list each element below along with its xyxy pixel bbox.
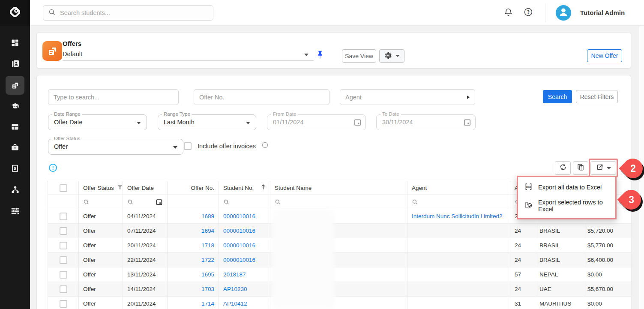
help-button[interactable]: ?	[523, 8, 533, 18]
sidebar-item-dashboard[interactable]	[6, 33, 24, 52]
col-offer-no[interactable]: Offer No.	[168, 181, 219, 195]
view-selector[interactable]: Default	[63, 49, 314, 61]
offer-status-cell: Offer	[79, 238, 123, 252]
col-student-no[interactable]: Student No.	[219, 181, 270, 195]
filter-funnel-icon[interactable]	[117, 181, 123, 195]
amount-cell: $6,400.00	[583, 253, 632, 267]
sidebar-item-education[interactable]	[6, 96, 24, 115]
agent-cell[interactable]: Interdum Nunc Sollicitudin Limited2	[407, 209, 510, 223]
studentname-filter-cell[interactable]	[270, 195, 407, 209]
sidebar-item-services[interactable]	[6, 138, 24, 157]
copy-grid-icon	[577, 163, 584, 173]
sidebar-item-offers[interactable]	[6, 76, 24, 95]
export-button[interactable]	[590, 161, 616, 175]
view-settings-button[interactable]	[379, 49, 404, 63]
student-no-cell[interactable]: AP10412	[219, 297, 270, 309]
student-no-link[interactable]: 0000010016	[223, 228, 255, 234]
export-selected-menu-item[interactable]: Export selected rows to Excel	[518, 195, 615, 216]
agent-link[interactable]: Interdum Nunc Sollicitudin Limited2	[412, 213, 503, 219]
row-checkbox[interactable]	[60, 256, 67, 264]
sidebar-item-courses[interactable]	[6, 117, 24, 136]
reset-filters-button[interactable]: Reset Filters	[576, 90, 618, 103]
offer-no-cell[interactable]: 1694	[168, 224, 219, 238]
sidebar-item-invoices[interactable]: $	[6, 159, 24, 178]
select-all-checkbox[interactable]	[60, 184, 67, 192]
col-student-name[interactable]: Student Name	[270, 181, 407, 195]
grid-search-input[interactable]	[54, 94, 173, 101]
offer-no-link[interactable]: 1694	[201, 228, 214, 234]
offer-no-cell[interactable]: 1722	[168, 253, 219, 267]
agent-field[interactable]	[340, 89, 475, 105]
student-no-cell[interactable]: 2018187	[219, 267, 270, 282]
copy-grid-button[interactable]	[573, 161, 588, 175]
export-all-menu-item[interactable]: xlsx Export all data to Excel	[518, 179, 615, 195]
student-no-link[interactable]: 0000010016	[223, 213, 255, 219]
grid-search-field[interactable]	[48, 89, 179, 105]
gear-icon	[384, 51, 392, 61]
to-date-field[interactable]: To Date 30/11/2024	[376, 114, 476, 130]
offer-no-cell[interactable]: 1718	[168, 238, 219, 252]
student-no-cell[interactable]: 0000010016	[219, 209, 270, 223]
calendar-icon	[463, 118, 471, 128]
offer-no-link[interactable]: 1703	[201, 286, 214, 292]
row-checkbox[interactable]	[60, 285, 67, 293]
col-agent[interactable]: Agent	[407, 181, 510, 195]
student-no-link[interactable]: 0000010016	[223, 242, 255, 249]
student-no-cell[interactable]: 0000010016	[219, 238, 270, 252]
offer-status-select[interactable]: Offer Status Offer	[48, 139, 183, 155]
range-type-value: Last Month	[164, 119, 195, 126]
student-no-link[interactable]: 0000010016	[223, 257, 255, 263]
offer-no-link[interactable]: 1722	[201, 257, 214, 263]
student-no-link[interactable]: 2018187	[223, 271, 246, 278]
col-offer-status[interactable]: Offer Status	[79, 181, 123, 195]
user-menu[interactable]	[556, 5, 571, 21]
row-checkbox[interactable]	[60, 271, 67, 279]
table-body: Offer04/11/202416890000010016Interdum Nu…	[48, 209, 632, 309]
from-date-field[interactable]: From Date 01/11/2024	[267, 114, 366, 130]
sidebar-item-settings[interactable]	[6, 201, 24, 220]
student-no-link[interactable]: AP10230	[223, 286, 247, 292]
offer-no-input[interactable]	[199, 94, 324, 101]
student-no-link[interactable]: AP10412	[223, 300, 247, 307]
student-no-cell[interactable]: 0000010016	[219, 224, 270, 238]
chevron-down-icon	[304, 54, 309, 56]
offers-module-icon	[42, 41, 62, 61]
date-filter-cell[interactable]	[123, 195, 168, 209]
search-button[interactable]: Search	[543, 90, 572, 103]
pin-view-button[interactable]	[315, 50, 325, 60]
sidebar-item-students[interactable]	[6, 54, 24, 73]
col-offer-date[interactable]: Offer Date	[123, 181, 168, 195]
student-no-cell[interactable]: 0000010016	[219, 253, 270, 267]
offer-no-cell[interactable]: 1703	[168, 282, 219, 296]
offer-no-link[interactable]: 1718	[201, 242, 214, 249]
row-checkbox[interactable]	[60, 300, 67, 308]
studentno-filter-cell[interactable]	[219, 195, 270, 209]
row-checkbox[interactable]	[60, 242, 67, 249]
include-invoices-checkbox[interactable]	[184, 142, 192, 150]
status-filter-cell[interactable]	[79, 195, 123, 209]
offer-no-link[interactable]: 1689	[201, 213, 214, 219]
offer-no-cell[interactable]: 1695	[168, 267, 219, 282]
agent-input[interactable]	[345, 94, 467, 101]
global-search-input[interactable]	[60, 9, 208, 16]
grid-alert-icon[interactable]: !	[49, 164, 57, 172]
agent-filter-cell[interactable]	[407, 195, 510, 209]
new-offer-button[interactable]: New Offer	[587, 49, 622, 62]
range-type-select[interactable]: Range Type Last Month	[158, 114, 256, 130]
row-checkbox[interactable]	[60, 213, 67, 220]
offer-no-cell[interactable]: 1689	[168, 209, 219, 223]
save-view-button[interactable]: Save View	[342, 49, 376, 63]
offer-no-field[interactable]	[194, 89, 329, 105]
refresh-button[interactable]	[555, 161, 571, 175]
date-range-select[interactable]: Date Range Offer Date	[48, 114, 147, 130]
offer-no-cell[interactable]: 1714	[168, 297, 219, 309]
offer-no-link[interactable]: 1695	[201, 271, 214, 278]
global-search[interactable]	[43, 5, 213, 21]
sidebar-item-agents[interactable]	[6, 180, 24, 199]
notifications-button[interactable]	[503, 8, 513, 18]
offer-no-link[interactable]: 1714	[201, 300, 214, 307]
xlsx-file-icon: xlsx	[524, 183, 533, 192]
student-no-cell[interactable]: AP10230	[219, 282, 270, 296]
app-logo[interactable]	[0, 0, 30, 26]
row-checkbox[interactable]	[60, 227, 67, 235]
